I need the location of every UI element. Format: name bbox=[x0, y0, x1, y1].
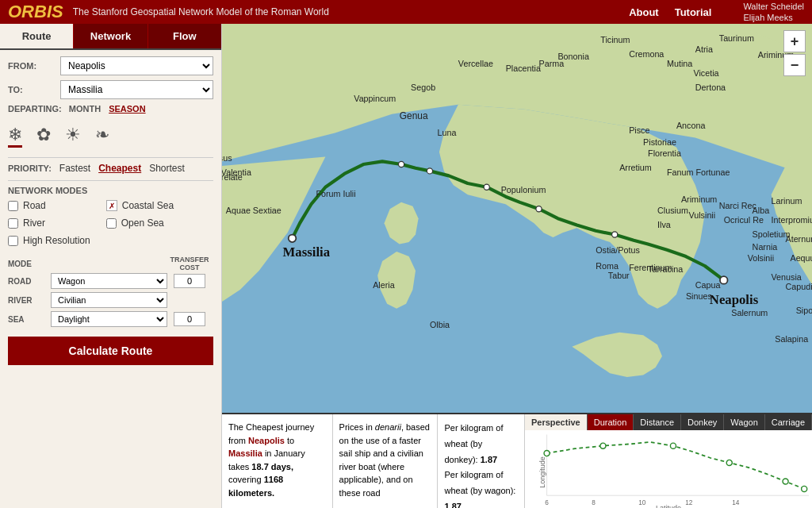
divider-1 bbox=[8, 157, 213, 158]
city-mutina: Mutina bbox=[667, 59, 692, 68]
calculate-route-button[interactable]: Calculate Route bbox=[8, 337, 213, 365]
summary-to: Massilia bbox=[228, 448, 262, 458]
network-checkboxes: Road River High Resolution ✗ Coastal Sea bbox=[8, 200, 213, 249]
checkbox-road-input[interactable] bbox=[8, 201, 18, 211]
sea-label: SEA bbox=[8, 315, 48, 324]
checkbox-road-label: Road bbox=[23, 200, 46, 211]
svg-text:12: 12 bbox=[685, 499, 693, 506]
sidebar-tabs: Route Network Flow bbox=[0, 24, 221, 50]
city-alba: Alba bbox=[753, 206, 770, 215]
sea-cost-input[interactable] bbox=[174, 312, 205, 326]
city-ancona: Ancona bbox=[676, 121, 705, 130]
road-cost-input[interactable]: 0 bbox=[174, 274, 205, 288]
svg-text:6: 6 bbox=[545, 499, 549, 506]
priority-shortest[interactable]: Shortest bbox=[149, 163, 185, 174]
checkbox-hires-label: High Resolution bbox=[23, 235, 90, 246]
city-arretium: Arretium bbox=[619, 163, 652, 172]
chart-tab-duration[interactable]: Duration bbox=[588, 414, 634, 430]
season-winter[interactable]: ❄ bbox=[8, 125, 22, 148]
chart-tab-carriage[interactable]: Carriage bbox=[765, 414, 812, 430]
checkbox-river-label: River bbox=[23, 217, 45, 229]
checkbox-river-input[interactable] bbox=[8, 218, 18, 229]
departing-label: DEPARTING: MONTH SEASON bbox=[8, 104, 213, 118]
zoom-out-button[interactable]: − bbox=[783, 54, 806, 76]
to-row: TO: Massilia bbox=[8, 80, 213, 99]
tab-flow[interactable]: Flow bbox=[148, 24, 221, 48]
tab-route[interactable]: Route bbox=[0, 24, 74, 48]
chart-ylabel: Longitude bbox=[538, 456, 546, 488]
svg-point-7 bbox=[289, 235, 297, 243]
from-select[interactable]: Neapolis bbox=[60, 56, 213, 75]
checkbox-open-input[interactable] bbox=[106, 218, 117, 229]
summary-covering: covering bbox=[228, 475, 264, 484]
summary-from: Neapolis bbox=[248, 436, 285, 445]
tab-network[interactable]: Network bbox=[74, 24, 147, 48]
road-select-wrap: Wagon Foot Donkey bbox=[51, 273, 167, 289]
svg-point-4 bbox=[484, 184, 489, 190]
season-spring[interactable]: ✿ bbox=[36, 125, 51, 148]
from-label: FROM: bbox=[8, 61, 56, 71]
chart-tab-perspective[interactable]: Perspective bbox=[525, 414, 588, 430]
city-tabur: Tabur bbox=[608, 271, 630, 280]
user-info: Walter Scheidel Elijah Meeks bbox=[743, 1, 804, 24]
map-controls: + − bbox=[783, 30, 806, 76]
sidebar-content: FROM: Neapolis TO: Massilia DEPARTING: M… bbox=[0, 50, 221, 508]
season-autumn[interactable]: ❧ bbox=[95, 125, 109, 148]
sea-mode-select[interactable]: Daylight All Hours bbox=[51, 311, 167, 327]
tutorial-link[interactable]: Tutorial bbox=[675, 6, 712, 18]
city-aequum: Aequum Tuticum bbox=[790, 253, 812, 263]
stat-wagon: Per kilogram of wheat (by wagon): 1.87 bbox=[444, 468, 517, 508]
city-ticinum: Ticinum bbox=[600, 35, 630, 44]
departing-month[interactable]: MONTH bbox=[69, 104, 101, 114]
chart-xlabel: Latitude bbox=[656, 504, 681, 508]
city-vulsinii: Vulsinii bbox=[688, 210, 715, 220]
coastal-checked[interactable]: ✗ bbox=[106, 200, 117, 211]
checkbox-open-label: Open Sea bbox=[121, 217, 164, 229]
to-select[interactable]: Massilia bbox=[60, 80, 213, 99]
chart-tab-wagon[interactable]: Wagon bbox=[724, 414, 764, 430]
transfer-cost-header: TRANSFER COST bbox=[166, 256, 213, 271]
season-summer[interactable]: ☀ bbox=[65, 125, 81, 148]
city-vicetia: Vicetia bbox=[693, 68, 718, 78]
road-label: ROAD bbox=[8, 277, 48, 286]
header-subtitle: The Stanford Geospatial Network Model of… bbox=[73, 6, 629, 17]
river-mode-select[interactable]: Civilian Military bbox=[51, 292, 167, 308]
city-sinues: Sinues bbox=[686, 291, 712, 301]
main-layout: Route Network Flow FROM: Neapolis TO: Ma… bbox=[0, 24, 812, 508]
checkbox-hires: High Resolution bbox=[8, 235, 90, 246]
chart-tab-donkey[interactable]: Donkey bbox=[681, 414, 724, 430]
divider-2 bbox=[8, 180, 213, 181]
city-aleria: Aleria bbox=[373, 280, 395, 290]
checkbox-hires-input[interactable] bbox=[8, 236, 18, 246]
city-olbia: Olbia bbox=[430, 320, 450, 329]
svg-text:14: 14 bbox=[732, 499, 740, 506]
modes-header: MODE TRANSFER COST bbox=[8, 256, 213, 271]
svg-point-12 bbox=[670, 443, 676, 448]
priority-fastest[interactable]: Fastest bbox=[59, 163, 90, 174]
stat-donkey: Per kilogram of wheat (by donkey): 1.87 bbox=[444, 421, 517, 468]
road-mode-select[interactable]: Wagon Foot Donkey bbox=[51, 273, 167, 289]
svg-point-6 bbox=[398, 161, 404, 167]
city-pistoriae: Pistoriae bbox=[643, 137, 676, 147]
network-modes-title: NETWORK MODES bbox=[8, 186, 213, 195]
departing-season[interactable]: SEASON bbox=[109, 104, 145, 114]
city-capua: Capua bbox=[695, 280, 721, 290]
sidebar: Route Network Flow FROM: Neapolis TO: Ma… bbox=[0, 24, 222, 508]
chart-tab-distance[interactable]: Distance bbox=[634, 414, 681, 430]
sea-select-wrap: Daylight All Hours bbox=[51, 311, 167, 327]
priority-cheapest[interactable]: Cheapest bbox=[98, 163, 141, 174]
checkbox-open: Open Sea bbox=[106, 217, 174, 229]
city-aquae: Aquae Sextiae bbox=[226, 206, 282, 215]
city-salernum: Salernum bbox=[731, 308, 768, 318]
city-ocriculre: Ocricul Re bbox=[724, 215, 764, 225]
sea-mode-row: SEA Daylight All Hours bbox=[8, 311, 213, 327]
orbis-logo: ORBIS bbox=[8, 2, 63, 22]
city-tarracina: Tarracina bbox=[648, 264, 683, 274]
zoom-in-button[interactable]: + bbox=[783, 30, 806, 52]
summary-to-label: to bbox=[287, 436, 294, 445]
city-vappi: Vappincum bbox=[354, 94, 396, 103]
about-link[interactable]: About bbox=[629, 6, 659, 18]
city-larinum: Larinum bbox=[772, 196, 802, 206]
city-narni: Narci Rec bbox=[719, 201, 757, 210]
river-mode-row: RIVER Civilian Military bbox=[8, 292, 213, 308]
